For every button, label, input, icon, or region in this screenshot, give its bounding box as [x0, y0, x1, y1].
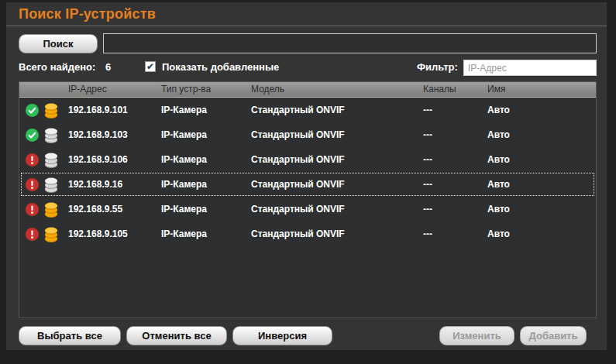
select-all-button[interactable]: Выбрать все [19, 326, 121, 345]
device-db-gold-icon [43, 197, 59, 221]
device-channels: --- [423, 122, 432, 147]
device-model: Стандартный ONVIF [251, 122, 345, 147]
device-db-gold-icon [43, 98, 59, 122]
status-warning-icon [26, 147, 39, 172]
column-header-model: Модель [251, 82, 284, 97]
invert-button[interactable]: Инверсия [232, 326, 332, 345]
filter-input[interactable] [463, 60, 597, 76]
device-channels: --- [423, 172, 432, 197]
search-button[interactable]: Поиск [19, 34, 98, 53]
device-model: Стандартный ONVIF [251, 98, 345, 122]
device-table-body: 192.168.9.101IP-КамераСтандартный ONVIF-… [19, 98, 596, 318]
device-channels: --- [423, 147, 432, 172]
device-db-silver-icon [43, 147, 59, 172]
device-name: Авто [487, 221, 510, 246]
device-type: IP-Камера [161, 147, 207, 172]
column-header-channels: Каналы [423, 82, 456, 97]
device-type: IP-Камера [161, 122, 207, 147]
summary-row: Всего найдено: 6 ✔ Показать добавленные … [6, 58, 607, 77]
device-name: Авто [487, 197, 510, 221]
table-row[interactable]: 192.168.9.55IP-КамераСтандартный ONVIF--… [20, 197, 595, 221]
table-row[interactable]: 192.168.9.103IP-КамераСтандартный ONVIF-… [20, 122, 595, 147]
device-name: Авто [487, 172, 510, 197]
table-row[interactable]: 192.168.9.106IP-КамераСтандартный ONVIF-… [20, 147, 595, 172]
table-row[interactable]: 192.168.9.105IP-КамераСтандартный ONVIF-… [20, 221, 595, 246]
device-type: IP-Камера [161, 221, 207, 246]
device-table: IP-Адрес Тип устр-ва Модель Каналы Имя 1… [19, 81, 597, 318]
status-ok-icon [26, 98, 39, 122]
device-ip: 192.168.9.16 [68, 172, 122, 197]
device-channels: --- [423, 98, 432, 122]
device-ip: 192.168.9.105 [68, 221, 128, 246]
deselect-all-button[interactable]: Отменить все [126, 326, 227, 345]
device-ip: 192.168.9.106 [68, 147, 128, 172]
filter-label: Фильтр: [417, 61, 458, 73]
table-row[interactable]: 192.168.9.16IP-КамераСтандартный ONVIF--… [20, 172, 595, 197]
device-model: Стандартный ONVIF [251, 197, 345, 221]
status-warning-icon [26, 197, 39, 221]
device-type: IP-Камера [161, 197, 207, 221]
found-label: Всего найдено: [19, 61, 95, 73]
status-warning-icon [26, 221, 39, 246]
edit-button[interactable]: Изменить [439, 326, 514, 345]
device-name: Авто [487, 98, 510, 122]
device-db-gold-icon [43, 221, 59, 246]
device-type: IP-Камера [161, 172, 207, 197]
search-input[interactable] [103, 33, 597, 53]
device-model: Стандартный ONVIF [251, 221, 345, 246]
status-warning-icon [26, 172, 39, 197]
add-button[interactable]: Добавить [520, 326, 587, 345]
device-model: Стандартный ONVIF [251, 172, 345, 197]
device-name: Авто [487, 122, 510, 147]
show-added-label: Показать добавленные [162, 61, 279, 73]
checkmark-icon: ✔ [146, 62, 154, 71]
device-channels: --- [423, 221, 432, 246]
column-header-name: Имя [487, 82, 505, 97]
show-added-checkbox[interactable]: ✔ [145, 61, 156, 72]
found-count: 6 [105, 61, 111, 73]
dialog-title: Поиск IP-устройств [19, 6, 156, 22]
column-header-type: Тип устр-ва [161, 82, 211, 97]
title-separator [6, 26, 607, 26]
ip-device-search-dialog: Поиск IP-устройств Поиск Всего найдено: … [6, 2, 607, 350]
footer-toolbar: Выбрать все Отменить все Инверсия Измени… [6, 326, 607, 348]
device-table-header: IP-Адрес Тип устр-ва Модель Каналы Имя [19, 82, 596, 98]
device-type: IP-Камера [161, 98, 207, 122]
table-row[interactable]: 192.168.9.101IP-КамераСтандартный ONVIF-… [20, 98, 595, 122]
device-ip: 192.168.9.103 [68, 122, 128, 147]
status-ok-icon [26, 122, 39, 147]
device-ip: 192.168.9.55 [68, 197, 122, 221]
device-model: Стандартный ONVIF [251, 147, 345, 172]
device-db-silver-icon [43, 172, 59, 197]
device-ip: 192.168.9.101 [68, 98, 128, 122]
device-channels: --- [423, 197, 432, 221]
column-header-ip: IP-Адрес [68, 82, 107, 97]
device-db-silver-icon [43, 122, 59, 147]
device-name: Авто [487, 147, 510, 172]
